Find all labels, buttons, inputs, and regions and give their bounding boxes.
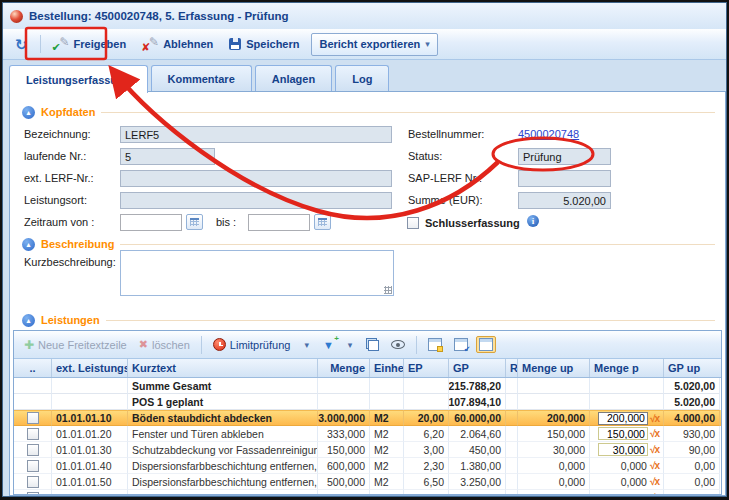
column-header-menge-up[interactable]: Menge up	[518, 359, 590, 377]
section-divider	[106, 320, 715, 321]
cell-gp-up: 5.020,00	[664, 394, 720, 410]
cell-gp: 107.894,10	[449, 394, 506, 410]
column-header-menge[interactable]: Menge	[318, 359, 370, 377]
neue-freitextzeile-button[interactable]: ✚ Neue Freitextzeile	[20, 338, 131, 352]
speichern-button[interactable]: Speichern	[222, 33, 306, 56]
row-checkbox[interactable]	[27, 476, 39, 488]
row-checkbox[interactable]	[27, 412, 39, 424]
column-header-gp[interactable]: GP	[449, 359, 506, 377]
menge-p-input[interactable]	[598, 412, 648, 425]
zeitraum-von-label: Zeitraum von :	[24, 214, 94, 231]
row-checkbox[interactable]	[27, 444, 39, 456]
schlusserfassung-checkbox[interactable]	[407, 217, 419, 229]
cell-menge: 500,000	[318, 474, 370, 490]
collapse-section-icon[interactable]: ▲	[22, 314, 35, 327]
refresh-icon: ↻	[15, 38, 28, 51]
cell-leistungsnr: 01.01.01.10	[52, 410, 128, 426]
column-header-kurztext[interactable]: Kurztext	[128, 359, 318, 377]
ablehnen-label: Ablehnen	[163, 38, 213, 50]
cell-menge-up: 150,000	[518, 426, 590, 442]
calendar-icon[interactable]	[314, 214, 331, 230]
leistungsort-field	[120, 192, 392, 209]
preview-button[interactable]	[387, 340, 409, 349]
refresh-button[interactable]: ↻	[8, 33, 35, 56]
recalculate-icon[interactable]: √x	[650, 413, 659, 424]
title-bar: Bestellung: 4500020748, 5. Erfassung - P…	[3, 3, 726, 29]
sap-lerf-nr-field	[518, 170, 611, 187]
tab-leistungserfassung[interactable]: Leistungserfassung	[9, 65, 148, 93]
add-icon: ✚	[24, 338, 34, 352]
calendar-icon[interactable]	[186, 214, 203, 230]
summe-eur-label: Summe (EUR):	[408, 192, 483, 209]
beschreibung-section-header: ▲ Beschreibung	[22, 237, 715, 251]
plus-badge-icon: +	[334, 334, 339, 343]
schlusserfassung-label: Schlusserfassung	[425, 215, 520, 232]
freigeben-button[interactable]: ✎ ✔ Freigeben	[46, 33, 134, 56]
ablehnen-button[interactable]: ✎ ✘ Ablehnen	[135, 33, 220, 56]
column-header-r[interactable]: R	[506, 359, 518, 377]
limitpruefung-button[interactable]: Limitprüfung	[209, 338, 295, 351]
cell-gp-up: 0,00	[664, 474, 720, 490]
cell-menge-up: 0,000	[518, 458, 590, 474]
row-checkbox[interactable]	[27, 428, 39, 440]
leistungen-section-header: ▲ Leistungen	[22, 313, 715, 327]
table-row[interactable]: 01.01.01.10 Böden staubdicht abdecken 3.…	[14, 410, 721, 426]
tab-anlagen[interactable]: Anlagen	[255, 65, 332, 91]
column-header-select[interactable]: ..	[14, 359, 52, 377]
reject-pencil-icon: ✎ ✘	[142, 37, 158, 52]
bestellnummer-link[interactable]: 4500020748	[518, 126, 579, 143]
toolbar-separator	[416, 336, 417, 354]
cell-leistungsnr: 01.01.01.50	[52, 474, 128, 490]
info-icon[interactable]: i	[527, 215, 539, 227]
zeitraum-von-input[interactable]	[120, 214, 182, 231]
tab-kommentare[interactable]: Kommentare	[151, 65, 252, 91]
loeschen-button[interactable]: ✖ löschen	[135, 338, 194, 351]
tab-log[interactable]: Log	[335, 65, 389, 91]
grid-warning-view-button[interactable]	[424, 338, 446, 351]
cell-gp-up: 5.020,00	[664, 378, 720, 394]
recalculate-icon[interactable]: √x	[650, 428, 659, 439]
recalculate-icon[interactable]: √x	[650, 460, 659, 471]
textarea-resize-handle[interactable]	[384, 286, 392, 294]
table-row[interactable]: 01.01.01.20 Fenster und Türen abkleben 3…	[14, 426, 721, 442]
table-row-pos1-geplant[interactable]: POS 1 geplant 107.894,10 5.020,00	[14, 394, 721, 410]
recalculate-icon[interactable]: √x	[650, 444, 659, 455]
sap-lerf-nr-label: SAP-LERF Nr.:	[408, 170, 482, 187]
column-header-ep[interactable]: EP	[404, 359, 449, 377]
chevron-down-icon[interactable]: ▾	[304, 340, 309, 350]
collapse-section-icon[interactable]: ▲	[22, 238, 35, 251]
row-checkbox[interactable]	[27, 460, 39, 472]
grid-check-view-button[interactable]: ✔	[450, 338, 472, 351]
table-group-icon	[479, 338, 493, 351]
cell-gp: 2.064,60	[449, 426, 506, 442]
collapse-section-icon[interactable]: ▲	[22, 106, 35, 119]
column-header-gp-up[interactable]: GP up	[664, 359, 720, 377]
recalculate-icon[interactable]: √x	[650, 476, 659, 487]
row-checkbox[interactable]	[27, 492, 39, 496]
table-row-summe-gesamt[interactable]: Summe Gesamt 215.788,20 5.020,00	[14, 378, 721, 394]
speichern-label: Speichern	[246, 38, 299, 50]
toolbar-separator	[40, 35, 41, 53]
column-header-einheit[interactable]: Einheit	[370, 359, 404, 377]
chevron-down-icon[interactable]: ▾	[348, 340, 353, 350]
cell-gp-up: 930,00	[664, 426, 720, 442]
table-row[interactable]: 01.01.01.30 Schutzabdeckung vor Fassaden…	[14, 442, 721, 458]
kurzbeschreibung-textarea[interactable]	[120, 250, 394, 296]
import-button[interactable]: ▼+	[319, 339, 338, 351]
cell-einheit: M2	[370, 474, 404, 490]
menge-p-input[interactable]	[598, 427, 648, 440]
grid-group-view-button-active[interactable]	[476, 336, 496, 353]
column-header-menge-p[interactable]: Menge p	[590, 359, 664, 377]
zeitraum-bis-input[interactable]	[248, 214, 310, 231]
cell-kurztext: Dispersionsfarbbeschichtung entfernen, I	[128, 458, 318, 474]
table-row[interactable]: 01.01.01.40 Dispersionsfarbbeschichtung …	[14, 458, 721, 474]
column-header-ext-leistungsnr[interactable]: ext. Leistungsnr	[52, 359, 128, 377]
table-row[interactable]: 01.01.01.50 Dispersionsfarbbeschichtung …	[14, 474, 721, 490]
copy-button[interactable]	[362, 338, 383, 351]
cell-einheit: M2	[370, 410, 404, 426]
bericht-exportieren-button[interactable]: Bericht exportieren ▾	[311, 33, 437, 56]
cell-menge-p: 0,000	[621, 460, 647, 472]
cell-kurztext: Fenster und Türen abkleben	[128, 426, 318, 442]
leistungsort-label: Leistungsort:	[24, 192, 87, 209]
menge-p-input[interactable]	[598, 443, 648, 456]
